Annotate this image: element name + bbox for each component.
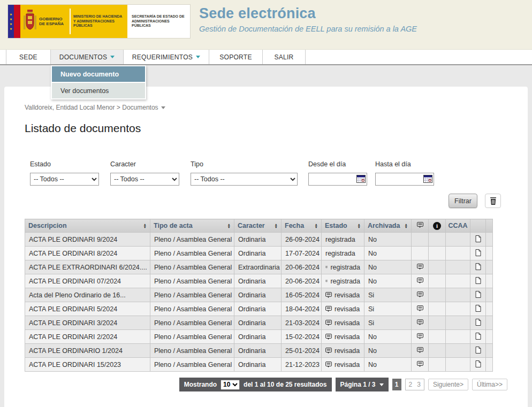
table-body: ACTA PLE ORDINARI 9/2024 Pleno / Asamble… [25, 233, 493, 372]
filtrar-button[interactable]: Filtrar [449, 194, 477, 208]
col-label: Fecha [285, 222, 304, 229]
speech-bubble-icon [325, 362, 332, 367]
cell-ccaa [446, 316, 470, 330]
cell-descripcion[interactable]: ACTA PLE ORDINARI 07/2024 [25, 274, 150, 288]
calendar-icon[interactable] [423, 175, 432, 183]
cell-download[interactable] [470, 233, 486, 247]
cell-caracter: Ordinaria [234, 344, 282, 358]
table-row[interactable]: ACTA PLE ORDINARI 5/2024 Pleno / Asamble… [25, 302, 493, 316]
cell-tipo: Pleno / Asamblea General [150, 358, 234, 372]
cell-download[interactable] [470, 316, 486, 330]
cell-descripcion[interactable]: Acta del Pleno Ordinario de 16... [25, 288, 150, 302]
cell-fecha: 21-03-2024 [282, 316, 322, 330]
cell-descripcion[interactable]: ACTA PLE EXTRAORDINARI 6/2024.... [25, 260, 150, 274]
cell-tipo: Pleno / Asamblea General [150, 344, 234, 358]
cell-download[interactable] [470, 330, 486, 344]
cell-download[interactable] [470, 344, 486, 358]
col-header-caracter[interactable]: Caracter ▲▼ [234, 219, 282, 233]
table-row[interactable]: ACTA PLE ORDINARI 8/2024 Pleno / Asamble… [25, 247, 493, 260]
cell-info [429, 358, 446, 372]
cell-comment [412, 330, 429, 344]
cell-descripcion[interactable]: ACTA PLE ORDINARI 2/2024 [25, 330, 150, 344]
cell-descripcion[interactable]: ACTA PLE ORDINARI 8/2024 [25, 247, 150, 260]
table-row[interactable]: ACTA PLE ORDINARI 07/2024 Pleno / Asambl… [25, 274, 493, 288]
tipo-label: Tipo [191, 160, 308, 168]
nav-item-documentos[interactable]: DOCUMENTOS [51, 50, 124, 64]
cell-comment [412, 260, 429, 274]
cell-estado: revisada [322, 316, 364, 330]
col-header-archivada[interactable]: Archivada ▲▼ [364, 219, 412, 233]
table-row[interactable]: ACTA PLE ORDINARI 3/2024 Pleno / Asamble… [25, 316, 493, 330]
cell-estado: revisada [322, 288, 364, 302]
cell-caracter: Ordinaria [234, 302, 282, 316]
cell-descripcion[interactable]: ACTA PLE ORDINARI 3/2024 [25, 316, 150, 330]
page-size-select[interactable]: 10 [221, 380, 240, 390]
speech-bubble-icon [417, 278, 423, 283]
nav-item-soporte[interactable]: SOPORTE [209, 50, 263, 64]
hasta-label: Hasta el día [375, 160, 434, 168]
page-button-3[interactable]: 3 [417, 381, 421, 388]
table-row[interactable]: Acta del Pleno Ordinario de 16... Pleno … [25, 288, 493, 302]
eu-flag-strip: ★★★★ [8, 5, 14, 38]
page-buttons-group: 2 3 [405, 379, 424, 390]
cell-comment [412, 302, 429, 316]
cell-info [429, 330, 446, 344]
calendar-icon[interactable] [356, 175, 366, 183]
estado-select[interactable]: -- Todos -- [30, 173, 99, 186]
sort-up-down-icon: ▲▼ [227, 223, 231, 229]
ultima-button[interactable]: Última>> [472, 379, 507, 390]
cell-caracter: Ordinaria [234, 274, 282, 288]
menu-item-nuevo-documento[interactable]: Nuevo documento [52, 66, 145, 82]
cell-download[interactable] [470, 358, 486, 372]
cell-download[interactable] [470, 247, 486, 260]
col-header-descripcion[interactable]: Descripcion ▲▼ [25, 219, 150, 233]
menu-item-ver-documentos[interactable]: Ver documentos [52, 83, 145, 98]
col-label: Estado [325, 222, 347, 229]
filter-actions: Filtrar [25, 194, 507, 208]
col-header-fecha[interactable]: Fecha ▲▼ [282, 219, 322, 233]
nav-item-salir[interactable]: SALIR [263, 50, 306, 64]
app-header: ★★★★ GOBIERNO DE ESPAÑA MINISTERIO DE HA… [0, 0, 532, 50]
cell-estado: registrada [322, 247, 364, 260]
pagination-bar: Mostrando 10 del 1 al 10 de 25 resultado… [25, 378, 507, 391]
cell-download[interactable] [470, 274, 486, 288]
page-selector-button[interactable]: Página 1 / 3 [336, 378, 389, 391]
tipo-select[interactable]: -- Todos -- [191, 173, 298, 186]
cell-ccaa [446, 274, 470, 288]
nav-item-sede[interactable]: SEDE [6, 50, 51, 64]
cell-caracter: Ordinaria [234, 233, 282, 247]
table-row[interactable]: ACTA PLE ORDINARI 9/2024 Pleno / Asamble… [25, 233, 493, 247]
results-text: del 1 al 10 de 25 resultados [244, 381, 326, 388]
estado-text: registrada [330, 264, 360, 271]
speech-bubble-icon [417, 347, 423, 353]
table-row[interactable]: ACTA PLE EXTRAORDINARI 6/2024.... Pleno … [25, 260, 493, 274]
cell-descripcion[interactable]: ACTA PLE ORDINARIO 1/2024 [25, 344, 150, 358]
cell-descripcion[interactable]: ACTA PLE ORDINARI 15/2023 [25, 358, 150, 372]
spain-flag-yellow-area: GOBIERNO DE ESPAÑA MINISTERIO DE HACIEND… [20, 5, 127, 38]
cell-comment [412, 247, 429, 260]
cell-descripcion[interactable]: ACTA PLE ORDINARI 9/2024 [25, 233, 150, 247]
cell-download[interactable] [470, 260, 486, 274]
table-row[interactable]: ACTA PLE ORDINARIO 1/2024 Pleno / Asambl… [25, 344, 493, 358]
caracter-select[interactable]: -- Todos -- [110, 173, 179, 186]
clear-filters-button[interactable] [485, 194, 501, 208]
table-row[interactable]: ACTA PLE ORDINARI 2/2024 Pleno / Asamble… [25, 330, 493, 344]
cell-archivada: No [364, 247, 412, 260]
estado-text: revisada [335, 305, 360, 313]
page-button-2[interactable]: 2 [409, 381, 413, 388]
cell-descripcion[interactable]: ACTA PLE ORDINARI 5/2024 [25, 302, 150, 316]
col-header-tipo[interactable]: Tipo de acta ▲▼ [150, 219, 234, 233]
col-header-estado[interactable]: Estado ▲▼ [322, 219, 364, 233]
nav-item-label: REQUERIMIENTOS [132, 53, 193, 61]
breadcrumb[interactable]: Valldoreix, Entidad Local Menor > Docume… [25, 104, 507, 111]
table-row[interactable]: ACTA PLE ORDINARI 15/2023 Pleno / Asambl… [25, 358, 493, 372]
nav-item-label: SEDE [19, 53, 37, 61]
cell-download[interactable] [470, 288, 486, 302]
cell-caracter: Ordinaria [234, 358, 282, 372]
spain-flag-red-strip [14, 5, 20, 38]
siguiente-button[interactable]: Siguiente> [428, 379, 468, 390]
sort-up-down-icon: ▲▼ [143, 223, 147, 229]
page-button-1[interactable]: 1 [392, 379, 401, 390]
nav-item-requerimientos[interactable]: REQUERIMIENTOS [124, 50, 209, 64]
cell-download[interactable] [470, 302, 486, 316]
